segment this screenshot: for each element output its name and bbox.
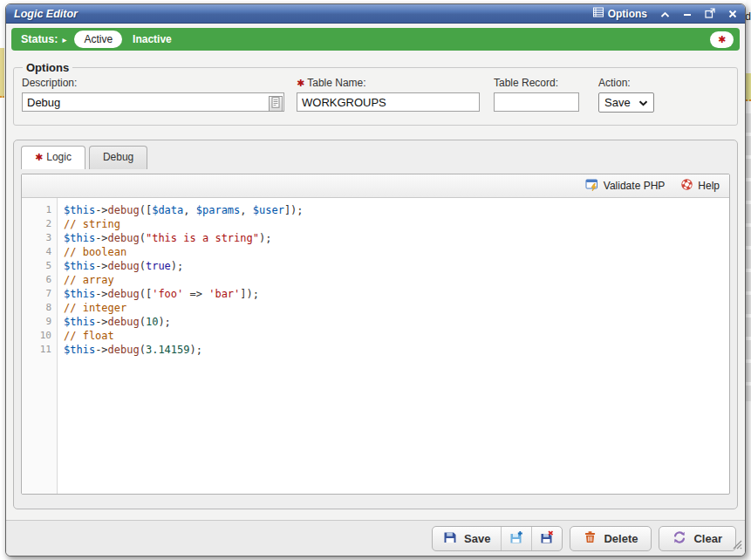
tab-logic-label: Logic (46, 151, 72, 163)
save-button[interactable]: Save (433, 527, 501, 550)
options-fieldset: Options Description: ✱Table Name: (13, 61, 738, 126)
trash-icon (584, 530, 597, 547)
table-name-input[interactable] (297, 92, 480, 112)
logic-editor-dialog: Logic Editor Options St (5, 3, 746, 557)
validate-php-label: Validate PHP (604, 180, 665, 192)
save-button-group: Save (432, 526, 563, 551)
popout-button[interactable] (705, 6, 715, 22)
required-asterisk-icon: ✱ (297, 78, 304, 88)
save-icon (443, 530, 457, 547)
asterisk-icon: ✱ (718, 34, 726, 45)
tab-required-asterisk-icon: ✱ (35, 152, 43, 162)
close-button[interactable] (728, 6, 737, 22)
status-bar: Status: ▸ Active Inactive ✱ (11, 28, 740, 51)
description-input[interactable] (22, 92, 284, 112)
status-inactive-button[interactable]: Inactive (133, 33, 172, 45)
table-name-field: ✱Table Name: (297, 77, 480, 112)
tab-strip: ✱Logic Debug (14, 140, 737, 169)
code-lines[interactable]: $this->debug([$data, $params, $user]);//… (58, 198, 304, 494)
minimize-icon (683, 6, 692, 22)
validate-php-icon (585, 178, 599, 195)
dialog-title: Logic Editor (14, 8, 78, 20)
table-record-field: Table Record: (494, 77, 579, 112)
editor-toolbar: Validate PHP Help (22, 174, 729, 198)
action-field: Action: Save (598, 77, 654, 113)
clear-button-label: Clear (693, 532, 722, 545)
clear-button[interactable]: Clear (659, 526, 736, 551)
popout-icon (705, 6, 715, 22)
save-and-close-button[interactable] (531, 527, 562, 550)
table-record-input[interactable] (494, 92, 579, 112)
logic-panel: ✱Logic Debug Validate PHP Help (13, 140, 738, 509)
options-menu-button[interactable]: Options (593, 7, 647, 20)
title-bar[interactable]: Logic Editor Options (6, 4, 745, 24)
tab-debug[interactable]: Debug (89, 146, 147, 169)
action-select-value: Save (604, 96, 631, 109)
page-behind-text-fragment: d (745, 10, 751, 23)
refresh-icon (672, 530, 686, 547)
resize-grip[interactable] (733, 537, 742, 553)
chevron-down-icon (638, 96, 648, 109)
expand-editor-button[interactable] (269, 96, 283, 112)
line-numbers: 1234567891011 (22, 198, 58, 494)
delete-button[interactable]: Delete (570, 526, 652, 551)
save-and-new-button[interactable] (501, 527, 531, 550)
page-behind-highlight (746, 73, 751, 101)
table-record-label: Table Record: (494, 77, 579, 89)
close-icon (728, 6, 737, 22)
dialog-body: Status: ▸ Active Inactive ✱ Options Desc… (6, 24, 745, 556)
list-icon (593, 7, 604, 20)
status-required-button[interactable]: ✱ (710, 31, 734, 48)
page-behind-highlight-left (0, 48, 4, 98)
status-label: Status: (21, 33, 58, 45)
save-remove-icon (540, 530, 554, 547)
help-button[interactable]: Help (680, 178, 720, 194)
status-active-button[interactable]: Active (74, 31, 122, 48)
document-icon (271, 96, 280, 112)
action-select[interactable]: Save (598, 92, 654, 113)
options-legend: Options (23, 61, 72, 74)
status-arrow-icon: ▸ (62, 35, 66, 44)
delete-button-label: Delete (604, 532, 638, 545)
collapse-button[interactable] (660, 6, 670, 22)
description-label: Description: (22, 77, 284, 89)
code-editor: Validate PHP Help 1234567891011 $this->d… (21, 174, 730, 495)
tab-logic[interactable]: ✱Logic (21, 146, 85, 169)
save-plus-icon (509, 530, 523, 547)
code-area[interactable]: 1234567891011 $this->debug([$data, $para… (22, 198, 729, 494)
save-button-label: Save (464, 532, 490, 545)
table-name-label: ✱Table Name: (297, 77, 480, 89)
tab-debug-label: Debug (103, 151, 133, 163)
page-behind-rows (746, 113, 751, 401)
footer-bar: Save Delete Clear (6, 520, 745, 556)
options-menu-label: Options (608, 8, 647, 20)
description-field: Description: (22, 77, 284, 112)
chevron-up-icon (660, 6, 670, 22)
action-label: Action: (598, 77, 654, 89)
minimize-button[interactable] (683, 6, 692, 22)
help-label: Help (698, 180, 720, 192)
validate-php-button[interactable]: Validate PHP (585, 178, 665, 195)
help-icon (680, 178, 693, 194)
